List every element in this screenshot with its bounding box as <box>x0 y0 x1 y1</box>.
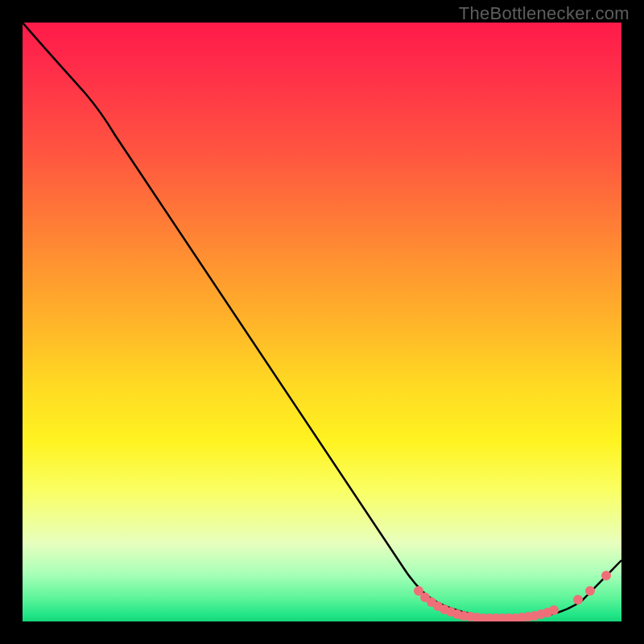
curve-svg <box>23 23 621 621</box>
chart-frame: TheBottlenecker.com <box>0 0 644 644</box>
plot-area <box>23 23 621 621</box>
svg-point-24 <box>601 571 611 580</box>
svg-point-22 <box>573 595 583 605</box>
watermark-text: TheBottlenecker.com <box>459 3 630 24</box>
marker-tail <box>573 571 611 605</box>
svg-point-21 <box>549 605 559 615</box>
svg-point-23 <box>585 586 595 596</box>
marker-cluster <box>414 586 559 621</box>
bottleneck-curve-path <box>23 23 621 618</box>
